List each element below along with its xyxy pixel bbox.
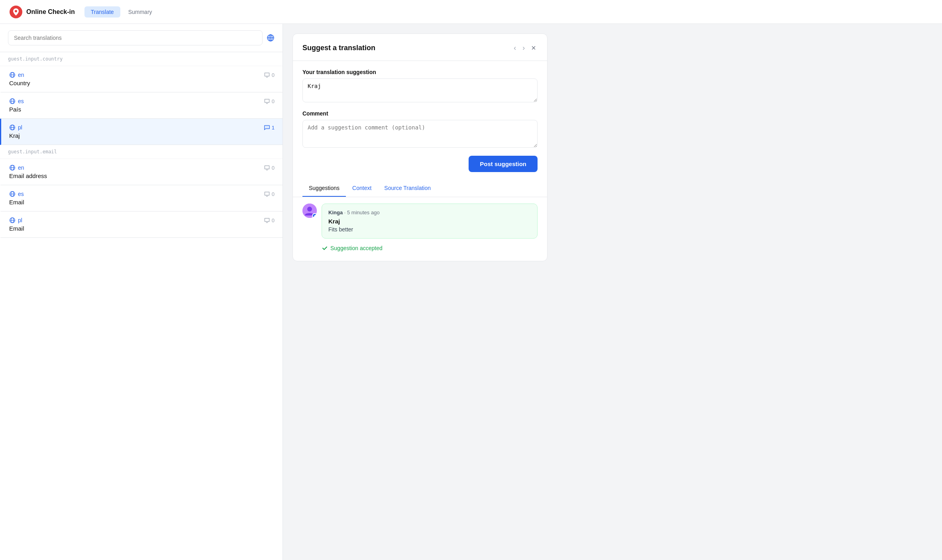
modal-header: Suggest a translation ‹ › × [293, 34, 547, 61]
translation-value: Kraj [9, 132, 275, 139]
tab-suggestions[interactable]: Suggestions [302, 180, 346, 197]
suggestion-text: Kraj [328, 218, 531, 225]
modal-nav: ‹ › × [512, 42, 538, 54]
globe-icon [9, 164, 16, 171]
suggestion-comment-text: Fits better [328, 226, 531, 233]
comment-count: 0 [264, 164, 275, 171]
lang-badge-pl2: pl [9, 217, 22, 223]
comment-count: 0 [264, 98, 275, 104]
translation-item[interactable]: es 0 Email [0, 185, 283, 211]
suggestion-time: 5 minutes ago [347, 210, 380, 215]
suggestion-accepted-badge: Suggestion accepted [322, 243, 538, 255]
globe-icon [9, 124, 16, 131]
globe-icon [9, 72, 16, 78]
translation-value: País [9, 106, 275, 113]
modal-next-button[interactable]: › [521, 42, 526, 54]
translation-value: Email [9, 199, 275, 206]
suggestion-textarea[interactable]: Kraj [302, 78, 538, 102]
avatar: ★ [302, 204, 317, 218]
comment-icon [264, 72, 270, 78]
lang-badge-es: es [9, 98, 24, 104]
main-nav: Translate Summary [84, 6, 159, 18]
modal-close-button[interactable]: × [530, 42, 538, 54]
comment-count: 0 [264, 217, 275, 223]
suggest-modal: Suggest a translation ‹ › × Your transla… [292, 33, 548, 261]
lang-row: pl 0 [9, 217, 275, 223]
tab-summary[interactable]: Summary [122, 6, 159, 18]
search-bar-container [0, 24, 283, 52]
checkmark-icon [322, 245, 328, 251]
translation-item[interactable]: en 0 Email address [0, 159, 283, 185]
svg-point-1 [15, 10, 17, 12]
modal-title: Suggest a translation [302, 44, 375, 52]
avatar-badge: ★ [312, 213, 317, 218]
right-panel: Suggest a translation ‹ › × Your transla… [283, 24, 942, 560]
modal-tabs: Suggestions Context Source Translation [293, 180, 547, 197]
lang-row: es 0 [9, 98, 275, 104]
lang-badge-en: en [9, 72, 24, 78]
suggestion-separator: · [344, 210, 347, 215]
comment-count-active: 1 [264, 124, 275, 131]
main-layout: guest.input.country en 0 [0, 24, 942, 560]
globe-icon [267, 34, 275, 42]
suggestion-content: Kinga · 5 minutes ago Kraj Fits better [322, 204, 538, 255]
lang-row: pl 1 [9, 124, 275, 131]
translation-item-active[interactable]: pl 1 Kraj [0, 119, 283, 145]
star-icon: ★ [314, 214, 316, 217]
globe-icon [9, 98, 16, 104]
comment-icon [264, 217, 270, 223]
comment-icon [264, 98, 270, 104]
translation-value: Email address [9, 172, 275, 179]
section-key-country: guest.input.country [0, 52, 283, 66]
globe-icon [9, 217, 16, 223]
search-input[interactable] [8, 30, 263, 45]
comment-icon [264, 191, 270, 197]
section-key-email: guest.input.email [0, 145, 283, 159]
translation-item[interactable]: en 0 Country [0, 66, 283, 92]
lang-badge-pl: pl [9, 124, 22, 131]
comment-icon-active [264, 124, 270, 131]
modal-prev-button[interactable]: ‹ [512, 42, 518, 54]
app-title: Online Check-in [26, 8, 75, 16]
app-header: Online Check-in Translate Summary [0, 0, 942, 24]
logo-area: Online Check-in [10, 6, 75, 18]
lang-row: es 0 [9, 191, 275, 197]
comment-field-label: Comment [302, 110, 538, 117]
translation-item[interactable]: pl 0 Email [0, 211, 283, 238]
tab-source-translation[interactable]: Source Translation [378, 180, 437, 197]
accepted-label: Suggestion accepted [330, 245, 383, 251]
translation-value: Email [9, 225, 275, 232]
translation-item[interactable]: es 0 País [0, 92, 283, 119]
comment-count: 0 [264, 72, 275, 78]
comment-textarea[interactable] [302, 120, 538, 148]
post-suggestion-button[interactable]: Post suggestion [469, 156, 538, 172]
svg-point-25 [307, 207, 312, 211]
globe-icon [9, 191, 16, 197]
modal-body: Your translation suggestion Kraj Comment… [293, 61, 547, 180]
lang-row: en 0 [9, 72, 275, 78]
suggestion-author: Kinga [328, 210, 343, 215]
app-logo-icon [10, 6, 22, 18]
suggestion-entry-wrap: ★ Kinga · 5 minutes ago Kraj Fits better [302, 204, 538, 255]
lang-badge-en2: en [9, 164, 24, 171]
tab-translate[interactable]: Translate [84, 6, 120, 18]
comment-count: 0 [264, 191, 275, 197]
tab-context[interactable]: Context [346, 180, 378, 197]
comment-icon [264, 164, 270, 171]
suggestions-list: ★ Kinga · 5 minutes ago Kraj Fits better [293, 197, 547, 261]
suggestion-field-label: Your translation suggestion [302, 69, 538, 75]
lang-row: en 0 [9, 164, 275, 171]
suggestion-meta: Kinga · 5 minutes ago [328, 210, 531, 215]
lang-badge-es2: es [9, 191, 24, 197]
left-panel: guest.input.country en 0 [0, 24, 283, 560]
translation-value: Country [9, 80, 275, 86]
suggestion-entry: Kinga · 5 minutes ago Kraj Fits better [322, 204, 538, 239]
